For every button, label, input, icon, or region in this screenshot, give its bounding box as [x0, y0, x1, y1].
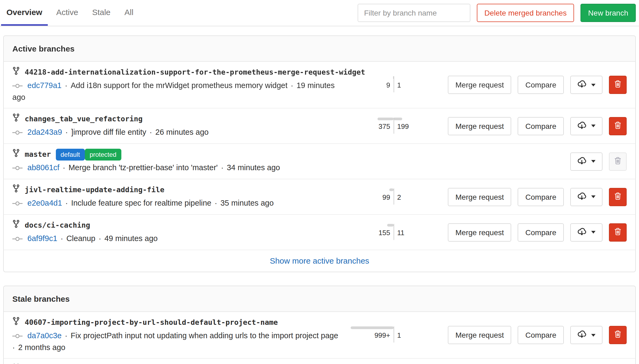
branch-name-link[interactable]: master	[25, 150, 51, 158]
download-dropdown-button[interactable]	[570, 152, 602, 170]
commit-time: 2 months ago	[18, 343, 66, 352]
commits-ahead-count: 1	[393, 331, 437, 339]
new-branch-button[interactable]: New branch	[581, 4, 636, 22]
tab-stale[interactable]: Stale	[87, 0, 116, 26]
separator: ·	[62, 128, 71, 136]
download-dropdown-button[interactable]	[570, 76, 602, 94]
filter-branch-input[interactable]	[358, 4, 470, 22]
commit-message-link[interactable]: Include feature spec for realtime pipeli…	[71, 199, 211, 207]
commit-line: ab8061cf · Merge branch 'tz-prettier-bas…	[12, 162, 465, 174]
commit-sha-link[interactable]: da7a0c3e	[27, 331, 61, 340]
merge-request-button[interactable]: Merge request	[448, 76, 511, 94]
merge-request-button[interactable]: Merge request	[448, 326, 511, 344]
trash-icon	[614, 192, 621, 202]
commit-time: 49 minutes ago	[104, 234, 158, 243]
trash-icon	[614, 121, 621, 131]
branch-name-link[interactable]: jivl-realtime-update-adding-file	[25, 185, 164, 194]
compare-button[interactable]: Compare	[518, 188, 564, 206]
commit-icon	[12, 332, 25, 340]
divergence-graph: 9 1	[350, 76, 437, 93]
divergence-graph: 99 2	[350, 188, 437, 205]
show-more-link[interactable]: Show more active branches	[270, 256, 369, 265]
branch-sections: Active branches 44218-add-internationali…	[0, 35, 639, 364]
branch-row: docs/ci-caching 6af9f9c1 · Cleanup · 49 …	[4, 214, 635, 250]
delete-branch-button[interactable]	[609, 76, 627, 94]
branch-icon	[12, 220, 20, 230]
branch-panel: Stale branches 40607-importing-project-b…	[3, 286, 636, 364]
branch-info: 44218-add-internationalization-support-f…	[12, 67, 350, 103]
commit-icon	[12, 128, 25, 137]
compare-button[interactable]: Compare	[518, 76, 564, 94]
compare-button[interactable]: Compare	[518, 326, 564, 344]
commit-sha-link[interactable]: ab8061cf	[27, 163, 59, 172]
delete-branch-button[interactable]	[609, 223, 627, 241]
behind-bar	[377, 117, 394, 120]
trash-icon	[614, 156, 621, 166]
merge-request-button[interactable]: Merge request	[448, 223, 511, 241]
branch-panel: Active branches 44218-add-internationali…	[3, 35, 636, 272]
commit-sha-link[interactable]: 6af9f9c1	[27, 234, 57, 243]
commit-message-link[interactable]: Fix projectPath input not updating when …	[71, 331, 338, 340]
branch-badges: defaultprotected	[56, 149, 121, 159]
download-dropdown-button[interactable]	[570, 188, 602, 206]
download-dropdown-button[interactable]	[570, 223, 602, 241]
delete-branch-button	[609, 152, 627, 170]
branch-name-link[interactable]: 44218-add-internationalization-support-f…	[25, 68, 365, 76]
tab-active[interactable]: Active	[51, 0, 83, 26]
tab-overview[interactable]: Overview	[1, 0, 48, 26]
commit-line: edc779a1 · Add i18n support for the mrWi…	[12, 80, 343, 103]
branch-info: 40607-importing-project-by-url-should-de…	[12, 317, 350, 353]
cloud-download-icon	[577, 227, 586, 238]
merge-request-button[interactable]: Merge request	[448, 117, 511, 135]
divergence-graph: 155 11	[350, 224, 437, 241]
top-actions: Delete merged branches New branch	[358, 4, 636, 22]
commit-icon	[12, 164, 25, 172]
separator: ·	[61, 331, 71, 340]
separator: ·	[59, 163, 68, 172]
protected-badge: protected	[85, 149, 121, 161]
branch-info: master defaultprotected ab8061cf · Merge…	[12, 149, 473, 174]
delete-branch-button[interactable]	[609, 326, 627, 344]
delete-merged-branches-button[interactable]: Delete merged branches	[477, 4, 574, 22]
branch-name-link[interactable]: changes_tab_vue_refactoring	[25, 114, 143, 123]
commit-line: e2e0a4d1 · Include feature spec for real…	[12, 198, 343, 209]
branch-icon	[12, 67, 20, 77]
commit-message-link[interactable]: Add i18n support for the mrWidget promet…	[71, 81, 288, 90]
chevron-down-icon	[591, 334, 596, 336]
row-actions	[570, 152, 627, 170]
delete-branch-button[interactable]	[609, 117, 627, 135]
commit-icon	[12, 82, 25, 90]
row-actions: Merge request Compare	[448, 188, 627, 206]
commit-message-link[interactable]: Cleanup	[66, 234, 95, 243]
tab-all[interactable]: All	[119, 0, 139, 26]
branch-row: jivl-realtime-update-adding-file e2e0a4d…	[4, 179, 635, 214]
commit-line: 6af9f9c1 · Cleanup · 49 minutes ago	[12, 233, 343, 245]
commit-icon	[12, 235, 25, 243]
merge-request-button[interactable]: Merge request	[448, 188, 511, 206]
compare-button[interactable]: Compare	[518, 117, 564, 135]
delete-branch-button[interactable]	[609, 188, 627, 206]
download-dropdown-button[interactable]	[570, 326, 602, 344]
branch-icon	[12, 149, 20, 159]
commits-behind-count: 9	[350, 81, 393, 89]
download-dropdown-button[interactable]	[570, 117, 602, 135]
commit-sha-link[interactable]: edc779a1	[27, 81, 61, 90]
separator: ·	[146, 128, 155, 136]
compare-button[interactable]: Compare	[518, 223, 564, 241]
cloud-download-icon	[577, 330, 586, 340]
branch-row: changes_tab_vue_refactoring 2da243a9 · ]…	[4, 108, 635, 143]
section-title: Active branches	[4, 36, 635, 62]
commit-time: 34 minutes ago	[227, 163, 280, 172]
branch-name-link[interactable]: 40607-importing-project-by-url-should-de…	[25, 318, 278, 326]
top-bar: OverviewActiveStaleAll Delete merged bra…	[0, 0, 639, 26]
commit-time: 26 minutes ago	[155, 128, 209, 136]
chevron-down-icon	[591, 125, 596, 127]
default-badge: default	[56, 149, 85, 161]
commit-message-link[interactable]: Merge branch 'tz-prettier-base' into 'ma…	[68, 163, 218, 172]
separator: ·	[288, 81, 297, 90]
branch-name-link[interactable]: docs/ci-caching	[25, 221, 90, 229]
commit-sha-link[interactable]: e2e0a4d1	[27, 199, 62, 207]
commit-message-link[interactable]: ]improve diff file entity	[71, 128, 146, 136]
commit-sha-link[interactable]: 2da243a9	[27, 128, 62, 136]
branch-row: 40607-importing-project-by-url-should-de…	[4, 312, 635, 358]
